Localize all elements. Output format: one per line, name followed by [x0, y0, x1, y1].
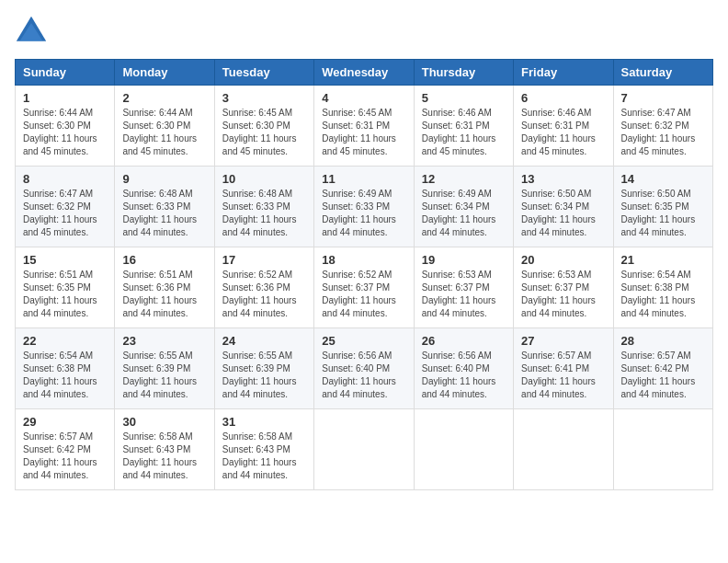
calendar-cell: 31Sunrise: 6:58 AMSunset: 6:43 PMDayligh… — [214, 409, 313, 490]
calendar-cell: 8Sunrise: 6:47 AMSunset: 6:32 PMDaylight… — [16, 167, 115, 247]
calendar-cell: 1Sunrise: 6:44 AMSunset: 6:30 PMDaylight… — [16, 86, 115, 167]
calendar: SundayMondayTuesdayWednesdayThursdayFrid… — [15, 59, 713, 490]
day-number: 31 — [222, 415, 306, 429]
calendar-cell: 18Sunrise: 6:52 AMSunset: 6:37 PMDayligh… — [314, 247, 414, 328]
day-info: Sunrise: 6:55 AMSunset: 6:39 PMDaylight:… — [222, 350, 306, 401]
day-info: Sunrise: 6:56 AMSunset: 6:40 PMDaylight:… — [322, 350, 405, 401]
weekday-header-row: SundayMondayTuesdayWednesdayThursdayFrid… — [16, 60, 713, 86]
day-number: 26 — [422, 334, 506, 348]
day-number: 16 — [122, 253, 206, 267]
day-info: Sunrise: 6:49 AMSunset: 6:34 PMDaylight:… — [422, 188, 506, 239]
day-info: Sunrise: 6:45 AMSunset: 6:30 PMDaylight:… — [222, 107, 306, 158]
calendar-cell: 30Sunrise: 6:58 AMSunset: 6:43 PMDayligh… — [115, 409, 214, 490]
week-row-1: 1Sunrise: 6:44 AMSunset: 6:30 PMDaylight… — [16, 86, 713, 167]
day-info: Sunrise: 6:53 AMSunset: 6:37 PMDaylight:… — [422, 269, 506, 320]
week-row-2: 8Sunrise: 6:47 AMSunset: 6:32 PMDaylight… — [16, 167, 713, 247]
day-number: 13 — [521, 172, 605, 186]
day-number: 20 — [521, 253, 605, 267]
calendar-cell: 17Sunrise: 6:52 AMSunset: 6:36 PMDayligh… — [214, 247, 313, 328]
calendar-cell: 7Sunrise: 6:47 AMSunset: 6:32 PMDaylight… — [613, 86, 712, 167]
calendar-cell: 11Sunrise: 6:49 AMSunset: 6:33 PMDayligh… — [314, 167, 414, 247]
day-number: 1 — [23, 91, 107, 105]
header-monday: Monday — [115, 60, 214, 86]
day-info: Sunrise: 6:48 AMSunset: 6:33 PMDaylight:… — [222, 188, 306, 239]
week-row-5: 29Sunrise: 6:57 AMSunset: 6:42 PMDayligh… — [16, 409, 713, 490]
day-info: Sunrise: 6:51 AMSunset: 6:36 PMDaylight:… — [122, 269, 206, 320]
calendar-cell: 13Sunrise: 6:50 AMSunset: 6:34 PMDayligh… — [514, 167, 613, 247]
header-friday: Friday — [514, 60, 613, 86]
day-info: Sunrise: 6:48 AMSunset: 6:33 PMDaylight:… — [122, 188, 206, 239]
day-info: Sunrise: 6:58 AMSunset: 6:43 PMDaylight:… — [122, 431, 206, 482]
calendar-cell: 12Sunrise: 6:49 AMSunset: 6:34 PMDayligh… — [414, 167, 513, 247]
calendar-cell: 26Sunrise: 6:56 AMSunset: 6:40 PMDayligh… — [414, 328, 513, 409]
day-number: 4 — [322, 91, 405, 105]
calendar-cell — [314, 409, 414, 490]
calendar-cell — [414, 409, 513, 490]
day-info: Sunrise: 6:45 AMSunset: 6:31 PMDaylight:… — [322, 107, 405, 158]
day-info: Sunrise: 6:56 AMSunset: 6:40 PMDaylight:… — [422, 350, 506, 401]
day-number: 27 — [521, 334, 605, 348]
calendar-cell: 27Sunrise: 6:57 AMSunset: 6:41 PMDayligh… — [514, 328, 613, 409]
day-info: Sunrise: 6:49 AMSunset: 6:33 PMDaylight:… — [322, 188, 405, 239]
day-info: Sunrise: 6:58 AMSunset: 6:43 PMDaylight:… — [222, 431, 306, 482]
calendar-cell: 25Sunrise: 6:56 AMSunset: 6:40 PMDayligh… — [314, 328, 414, 409]
day-number: 28 — [621, 334, 705, 348]
day-info: Sunrise: 6:53 AMSunset: 6:37 PMDaylight:… — [521, 269, 605, 320]
page-header — [15, 15, 713, 48]
calendar-cell: 5Sunrise: 6:46 AMSunset: 6:31 PMDaylight… — [414, 86, 513, 167]
day-info: Sunrise: 6:50 AMSunset: 6:35 PMDaylight:… — [621, 188, 705, 239]
day-number: 18 — [322, 253, 405, 267]
calendar-cell: 23Sunrise: 6:55 AMSunset: 6:39 PMDayligh… — [115, 328, 214, 409]
day-info: Sunrise: 6:51 AMSunset: 6:35 PMDaylight:… — [23, 269, 107, 320]
calendar-cell: 4Sunrise: 6:45 AMSunset: 6:31 PMDaylight… — [314, 86, 414, 167]
day-number: 10 — [222, 172, 306, 186]
day-info: Sunrise: 6:47 AMSunset: 6:32 PMDaylight:… — [23, 188, 107, 239]
day-number: 19 — [422, 253, 506, 267]
day-number: 9 — [122, 172, 206, 186]
day-info: Sunrise: 6:46 AMSunset: 6:31 PMDaylight:… — [521, 107, 605, 158]
calendar-cell — [613, 409, 712, 490]
day-number: 24 — [222, 334, 306, 348]
day-number: 30 — [122, 415, 206, 429]
day-info: Sunrise: 6:44 AMSunset: 6:30 PMDaylight:… — [23, 107, 107, 158]
day-info: Sunrise: 6:46 AMSunset: 6:31 PMDaylight:… — [422, 107, 506, 158]
day-number: 12 — [422, 172, 506, 186]
day-number: 29 — [23, 415, 107, 429]
day-info: Sunrise: 6:50 AMSunset: 6:34 PMDaylight:… — [521, 188, 605, 239]
day-number: 2 — [122, 91, 206, 105]
day-number: 7 — [621, 91, 705, 105]
day-number: 11 — [322, 172, 405, 186]
day-info: Sunrise: 6:57 AMSunset: 6:42 PMDaylight:… — [621, 350, 705, 401]
day-number: 25 — [322, 334, 405, 348]
day-number: 5 — [422, 91, 506, 105]
calendar-cell: 14Sunrise: 6:50 AMSunset: 6:35 PMDayligh… — [613, 167, 712, 247]
header-tuesday: Tuesday — [214, 60, 313, 86]
header-sunday: Sunday — [16, 60, 115, 86]
calendar-cell: 29Sunrise: 6:57 AMSunset: 6:42 PMDayligh… — [16, 409, 115, 490]
header-wednesday: Wednesday — [314, 60, 414, 86]
calendar-cell: 28Sunrise: 6:57 AMSunset: 6:42 PMDayligh… — [613, 328, 712, 409]
day-info: Sunrise: 6:47 AMSunset: 6:32 PMDaylight:… — [621, 107, 705, 158]
calendar-cell: 24Sunrise: 6:55 AMSunset: 6:39 PMDayligh… — [214, 328, 313, 409]
calendar-cell: 19Sunrise: 6:53 AMSunset: 6:37 PMDayligh… — [414, 247, 513, 328]
header-thursday: Thursday — [414, 60, 513, 86]
calendar-cell: 16Sunrise: 6:51 AMSunset: 6:36 PMDayligh… — [115, 247, 214, 328]
calendar-cell: 20Sunrise: 6:53 AMSunset: 6:37 PMDayligh… — [514, 247, 613, 328]
week-row-3: 15Sunrise: 6:51 AMSunset: 6:35 PMDayligh… — [16, 247, 713, 328]
day-number: 14 — [621, 172, 705, 186]
day-info: Sunrise: 6:54 AMSunset: 6:38 PMDaylight:… — [23, 350, 107, 401]
day-info: Sunrise: 6:55 AMSunset: 6:39 PMDaylight:… — [122, 350, 206, 401]
day-number: 23 — [122, 334, 206, 348]
calendar-cell: 6Sunrise: 6:46 AMSunset: 6:31 PMDaylight… — [514, 86, 613, 167]
day-info: Sunrise: 6:44 AMSunset: 6:30 PMDaylight:… — [122, 107, 206, 158]
logo-icon — [15, 15, 48, 48]
day-info: Sunrise: 6:54 AMSunset: 6:38 PMDaylight:… — [621, 269, 705, 320]
calendar-cell: 10Sunrise: 6:48 AMSunset: 6:33 PMDayligh… — [214, 167, 313, 247]
calendar-cell: 9Sunrise: 6:48 AMSunset: 6:33 PMDaylight… — [115, 167, 214, 247]
header-saturday: Saturday — [613, 60, 712, 86]
day-number: 15 — [23, 253, 107, 267]
logo — [15, 15, 51, 48]
day-number: 6 — [521, 91, 605, 105]
day-number: 21 — [621, 253, 705, 267]
day-info: Sunrise: 6:57 AMSunset: 6:42 PMDaylight:… — [23, 431, 107, 482]
